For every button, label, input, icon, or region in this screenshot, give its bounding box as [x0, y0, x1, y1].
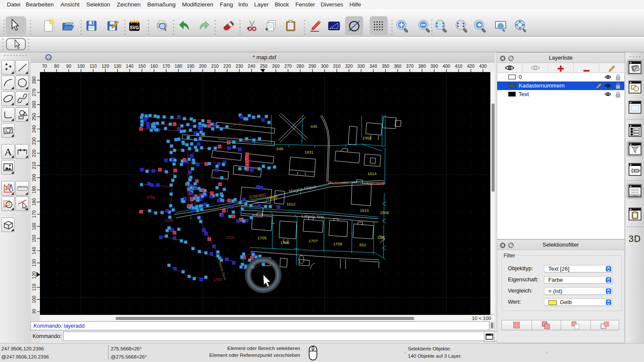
svg-text:240: 240: [248, 63, 255, 69]
svg-text:90: 90: [31, 309, 36, 314]
svg-text:2756: 2756: [146, 195, 155, 199]
svg-text:c command: c command: [631, 195, 639, 196]
svg-text:260: 260: [31, 101, 36, 109]
svg-text:380: 380: [418, 63, 426, 69]
svg-text:80: 80: [54, 63, 59, 69]
svg-text:410: 410: [455, 63, 462, 69]
svg-text:220: 220: [31, 149, 36, 157]
svg-text:270: 270: [31, 88, 36, 96]
svg-text:230: 230: [236, 63, 243, 69]
svg-text:110: 110: [90, 63, 97, 69]
svg-text:340: 340: [370, 63, 377, 69]
svg-text:90: 90: [66, 63, 71, 69]
svg-text:200: 200: [31, 174, 36, 181]
svg-text:1703: 1703: [213, 278, 222, 282]
svg-text:445: 445: [310, 124, 317, 129]
svg-text:170: 170: [31, 210, 36, 218]
svg-text:190: 190: [31, 186, 36, 194]
svg-text:290: 290: [309, 63, 316, 69]
svg-text:2506: 2506: [380, 210, 389, 215]
svg-text:230: 230: [31, 137, 36, 145]
svg-text:1706: 1706: [280, 240, 289, 245]
svg-text:260: 260: [272, 63, 280, 69]
svg-text:550: 550: [377, 235, 384, 240]
svg-text:120: 120: [31, 271, 36, 279]
svg-text:300: 300: [321, 63, 328, 69]
svg-text:280: 280: [31, 76, 36, 84]
svg-text:210: 210: [31, 162, 36, 169]
svg-text:180: 180: [31, 198, 36, 206]
svg-text:220: 220: [223, 63, 231, 69]
svg-text:420: 420: [467, 63, 475, 69]
svg-text:1705: 1705: [258, 235, 267, 240]
svg-text:130: 130: [114, 63, 122, 69]
svg-text:52563693: 52563693: [331, 181, 348, 185]
svg-text:150: 150: [31, 235, 36, 242]
svg-text:1614: 1614: [368, 171, 377, 176]
svg-text:110: 110: [31, 284, 36, 291]
svg-text:160: 160: [31, 223, 36, 230]
svg-text:350: 350: [382, 63, 389, 69]
svg-text:310: 310: [333, 63, 341, 69]
svg-text:52563694: 52563694: [366, 181, 383, 186]
svg-text:150: 150: [138, 63, 146, 69]
svg-text:1703: 1703: [226, 235, 234, 240]
svg-text:Command ghi: Command ghi: [631, 192, 639, 193]
svg-text:548: 548: [276, 146, 283, 151]
svg-text:140: 140: [31, 247, 36, 255]
svg-text:1707: 1707: [309, 238, 318, 243]
svg-text:210: 210: [211, 63, 219, 69]
svg-text:2360: 2360: [362, 136, 371, 140]
svg-text:320: 320: [345, 63, 353, 69]
svg-text:280: 280: [297, 63, 304, 69]
svg-text:360: 360: [394, 63, 401, 69]
svg-text:270: 270: [284, 63, 292, 69]
svg-text:120: 120: [102, 63, 109, 69]
svg-text:200: 200: [199, 63, 207, 69]
svg-text:552: 552: [359, 242, 366, 247]
svg-text:390: 390: [431, 63, 438, 69]
svg-text:100: 100: [77, 63, 85, 69]
svg-text:370: 370: [406, 63, 414, 69]
svg-text:250: 250: [260, 63, 267, 69]
svg-text:330: 330: [357, 63, 365, 69]
svg-text:160: 160: [150, 63, 158, 69]
svg-text:240: 240: [31, 125, 36, 133]
svg-text:SVG: SVG: [130, 25, 139, 30]
svg-text:100: 100: [31, 296, 36, 303]
svg-text:1909: 1909: [193, 193, 201, 198]
svg-text:1612: 1612: [286, 202, 295, 206]
svg-text:430: 430: [479, 63, 487, 69]
svg-text:1931: 1931: [304, 150, 313, 154]
svg-text:1810: 1810: [360, 208, 369, 213]
svg-text:140: 140: [126, 63, 134, 69]
svg-text:250: 250: [31, 113, 36, 121]
svg-text:170: 170: [162, 63, 170, 69]
svg-text:400: 400: [443, 63, 450, 69]
svg-text:180: 180: [175, 63, 182, 69]
svg-text:190: 190: [187, 63, 194, 69]
svg-text:130: 130: [31, 259, 36, 267]
svg-text:2236: 2236: [164, 218, 173, 223]
svg-text:1708: 1708: [333, 241, 342, 246]
